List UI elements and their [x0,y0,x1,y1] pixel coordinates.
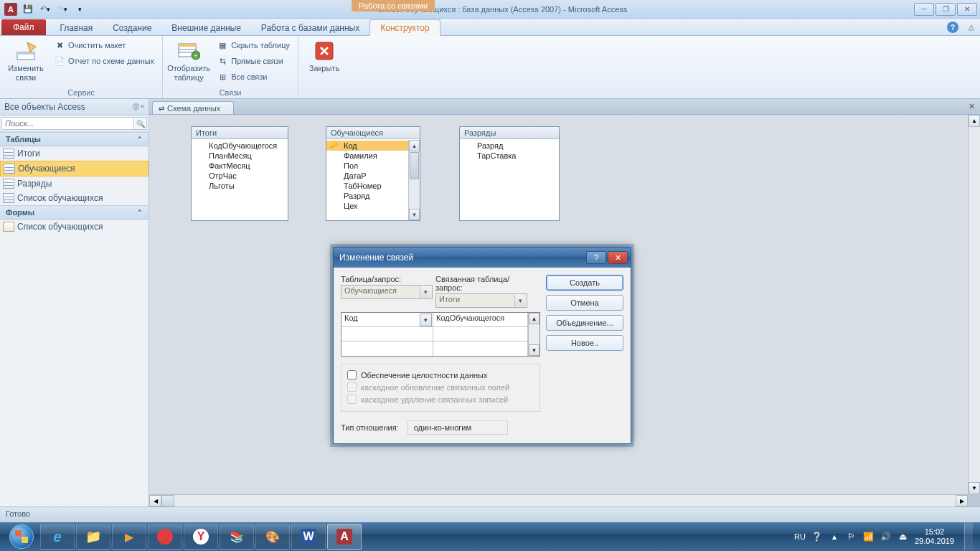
nav-table-spisok[interactable]: Список обучающихся [0,191,149,205]
tray-network-icon[interactable]: 📶 [863,531,875,542]
grid-empty-cell[interactable] [341,327,433,342]
taskbar-ie[interactable]: e [40,524,75,550]
new-button[interactable]: Новое.. [546,335,623,351]
nav-search-button[interactable]: 🔍 [134,117,147,130]
direct-relationships-button[interactable]: ⇆Прямые связи [213,53,293,69]
dialog-titlebar[interactable]: Изменение связей ? ✕ [334,248,631,268]
tab-home[interactable]: Главная [50,20,103,35]
field-row[interactable]: ТарСтавка [460,151,559,161]
nav-table-razr[interactable]: Разряды [0,176,149,191]
tray-language[interactable]: RU [794,532,806,541]
nav-group-tables[interactable]: Таблицы⌃ [0,132,149,146]
hide-table-button[interactable]: ▦Скрыть таблицу [213,37,293,53]
field-row[interactable]: Фамилия [326,151,408,161]
scroll-up-button[interactable]: ▲ [529,313,540,324]
hscroll-thumb[interactable] [161,495,174,507]
field-row[interactable]: ПланМесяц [192,151,288,161]
tray-action-center-icon[interactable]: 🏳 [846,531,857,542]
field-row[interactable]: Цех [326,201,408,211]
table-box-itogi[interactable]: Итоги КодОбучающегося ПланМесяц ФактМеся… [191,126,288,221]
field-row[interactable]: ФактМесяц [192,161,288,171]
document-tab-schema[interactable]: ⇄ Схема данных [152,101,234,114]
close-window-button[interactable]: ✕ [957,3,977,16]
file-tab[interactable]: Файл [1,19,46,35]
ribbon-collapse-button[interactable]: △ [969,23,974,31]
join-type-button[interactable]: Объединение... [546,315,623,331]
grid-left-field[interactable]: Код [341,313,433,327]
grid-scrollbar[interactable]: ▲ ▼ [528,313,540,356]
check-integrity-box[interactable] [347,370,357,380]
scroll-down-button[interactable]: ▼ [409,209,420,220]
taskbar-winrar[interactable]: 📚 [220,524,254,550]
close-designer-button[interactable]: Закрыть [303,37,346,75]
help-icon[interactable]: ? [947,22,958,33]
field-row[interactable]: КодОбучающегося [192,141,288,151]
document-close-button[interactable]: ✕ [966,101,977,111]
edit-relationships-button[interactable]: Изменить связи [4,37,47,85]
clear-layout-button[interactable]: ✖Очистить макет [50,37,158,53]
field-row[interactable]: Разряд [326,191,408,201]
tray-clock[interactable]: 15:02 29.04.2019 [915,527,954,546]
relationship-report-button[interactable]: 📄Отчет по схеме данных [50,53,158,69]
restore-button[interactable]: ❐ [936,3,956,16]
grid-empty-cell[interactable] [433,327,528,342]
field-row[interactable]: ТабНомер [326,181,408,191]
show-table-button[interactable]: + Отобразить таблицу [167,37,210,85]
relationships-canvas[interactable]: Итоги КодОбучающегося ПланМесяц ФактМеся… [149,115,980,507]
check-integrity[interactable]: Обеспечение целостности данных [347,369,534,381]
scroll-down-button[interactable]: ▼ [969,482,980,494]
field-row-pk[interactable]: Код [326,141,408,151]
tab-designer[interactable]: Конструктор [369,19,440,36]
nav-dropdown-icon[interactable]: ⓥ [133,103,139,112]
table-box-obuch[interactable]: Обучающиеся Код Фамилия Пол ДатаР ТабНом… [326,126,420,221]
scroll-up-button[interactable]: ▲ [969,115,980,127]
app-menu-button[interactable]: A [3,1,19,17]
table-box-razr[interactable]: Разряды Разряд ТарСтавка [459,126,560,221]
tray-usb-icon[interactable]: ⏏ [897,531,909,542]
show-desktop-button[interactable] [964,523,973,550]
canvas-hscrollbar[interactable]: ◀ ▶ [149,494,968,507]
scroll-right-button[interactable]: ▶ [956,495,968,507]
dialog-close-button[interactable]: ✕ [608,251,628,264]
nav-search-input[interactable] [1,117,134,130]
taskbar-mediaplayer[interactable]: ▶ [112,524,146,550]
nav-form-spisok[interactable]: Список обучающихся [0,220,149,234]
nav-collapse-icon[interactable]: « [141,103,144,112]
undo-button[interactable]: ↶▾ [37,1,53,17]
combo-right-table[interactable]: Итоги [435,293,527,308]
nav-group-forms[interactable]: Формы⌃ [0,205,149,220]
tab-database-tools[interactable]: Работа с базами данных [251,20,369,35]
scroll-thumb[interactable] [410,152,419,179]
nav-table-itogi[interactable]: Итоги [0,146,149,161]
combo-left-table[interactable]: Обучающиеся [341,285,433,299]
taskbar-word[interactable]: W [291,524,326,550]
save-button[interactable]: 💾 [20,1,36,17]
tab-external-data[interactable]: Внешние данные [161,20,251,35]
field-row[interactable]: ОтрЧас [192,171,288,181]
table-box-scrollbar[interactable]: ▲ ▼ [408,140,420,220]
taskbar-access[interactable]: A [327,524,362,550]
create-button[interactable]: Создать [546,275,623,291]
taskbar-paint[interactable]: 🎨 [255,524,290,550]
dialog-help-button[interactable]: ? [586,251,606,264]
field-row[interactable]: ДатаР [326,171,408,181]
nav-table-obuch[interactable]: Обучающиеся [0,161,149,176]
minimize-button[interactable]: ─ [914,3,934,16]
start-button[interactable] [4,524,39,550]
field-row[interactable]: Пол [326,161,408,171]
scroll-up-button[interactable]: ▲ [409,140,420,151]
all-relationships-button[interactable]: ⊞Все связи [213,69,293,85]
field-row[interactable]: Льготы [192,181,288,191]
grid-empty-cell[interactable] [341,342,433,356]
taskbar-opera[interactable] [148,524,182,550]
scroll-down-button[interactable]: ▼ [529,344,540,356]
canvas-vscrollbar[interactable]: ▲ ▼ [968,115,980,494]
taskbar-yandex[interactable]: Y [184,524,218,550]
redo-button[interactable]: ↷▾ [55,1,70,17]
tray-chevron-icon[interactable]: ▴ [829,531,840,542]
taskbar-explorer[interactable]: 📁 [76,524,110,550]
qat-customize-button[interactable]: ▾ [72,1,88,17]
nav-header[interactable]: Все объекты Access ⓥ« [0,99,149,116]
field-row[interactable]: Разряд [460,141,559,151]
grid-right-field[interactable]: КодОбучающегося [433,313,528,327]
